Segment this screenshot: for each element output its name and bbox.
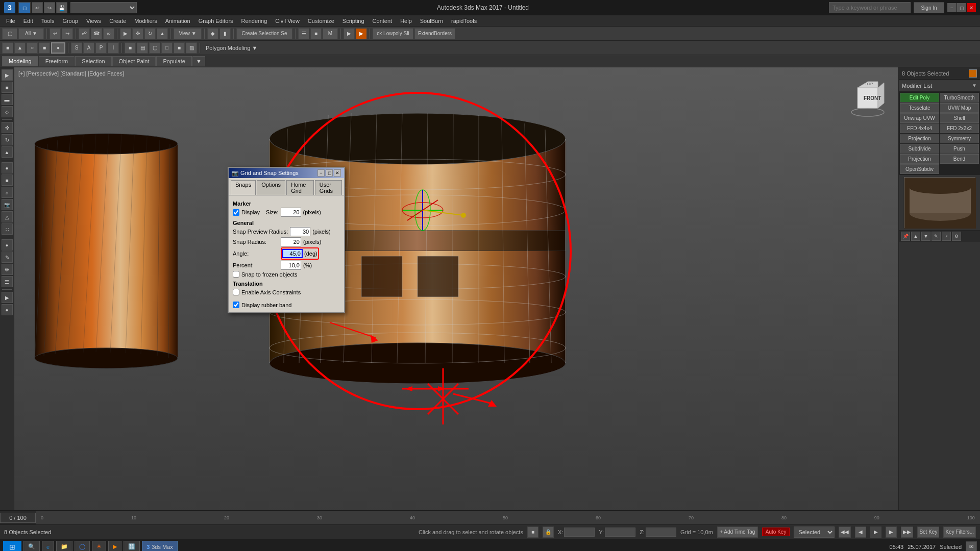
menu-edit[interactable]: Edit [19,17,37,25]
menu-file[interactable]: File [2,17,19,25]
save-btn[interactable]: 💾 [56,2,67,13]
mod-shell[interactable]: Shell [940,113,979,123]
viewport[interactable]: [+] [Perspective] [Standard] [Edged Face… [14,67,898,510]
dtab-user-grids[interactable]: User Grids [315,180,342,195]
t2-snap2[interactable]: A [83,42,94,54]
enable-axis-checkbox[interactable] [233,289,239,295]
tab-more[interactable]: ▼ [192,56,205,66]
timeline-counter[interactable]: 0 / 100 [0,513,36,523]
rubber-band-checkbox[interactable] [233,302,239,308]
prev-key[interactable]: ◀ [855,527,866,538]
t2-btn3[interactable]: ○ [27,42,38,54]
start-button[interactable]: ⊞ [3,541,21,552]
t2-btn5[interactable]: ● [51,42,65,54]
taskbar-notification[interactable]: ✉ [966,541,977,552]
lt-spacewarp[interactable]: ∷ [2,223,13,235]
menu-graph-editors[interactable]: Graph Editors [194,17,237,25]
lt-shape[interactable]: ■ [2,174,13,186]
taskbar-explorer[interactable]: 📁 [56,541,72,552]
taskbar-ie[interactable]: e [42,541,54,552]
link-btn[interactable]: ☍ [79,28,90,39]
tab-selection[interactable]: Selection [75,56,111,66]
tab-populate[interactable]: Populate [156,56,191,66]
t2-c5[interactable]: ■ [174,42,185,54]
menu-tools[interactable]: Tools [37,17,59,25]
x-input[interactable] [564,528,595,537]
workspace-dropdown[interactable] [70,2,137,13]
mod-ffd2x2x2[interactable]: FFD 2x2x2 [940,123,979,133]
mod-ffd4x4x4[interactable]: FFD 4x4x4 [900,123,939,133]
snap-frozen-checkbox[interactable] [233,271,239,278]
dialog-close[interactable]: ✕ [334,169,341,177]
lt-anim[interactable]: ● [2,304,13,315]
search-input[interactable] [829,2,911,13]
object-color-swatch[interactable] [969,69,977,78]
mod-turbosmooth[interactable]: TurboSmooth [940,93,979,103]
t2-c4[interactable]: □ [161,42,173,54]
taskbar-3dsmax[interactable]: 3 3ds Max [142,541,178,552]
lt-ribbon[interactable]: ☰ [2,276,13,287]
add-time-tag[interactable]: + Add Time Tag [717,527,758,538]
tab-modeling[interactable]: Modeling [2,56,38,66]
render-setup-btn[interactable]: ▶ [344,28,355,39]
dialog-minimize[interactable]: − [317,169,325,177]
ck-lowpoly-btn[interactable]: ck Lowpoly Sli [373,28,413,39]
extend-borders-btn[interactable]: ExtendBorders [414,28,455,39]
select-btn[interactable]: ▶ [120,28,131,39]
close-btn[interactable]: ✕ [967,3,976,12]
status-icons[interactable]: ■ [527,527,538,538]
set-key-btn[interactable]: Set Key [917,527,939,538]
tab-object-paint[interactable]: Object Paint [112,56,156,66]
next-frame[interactable]: ▶▶ [901,527,913,538]
selected-dropdown[interactable]: Selected [794,527,835,538]
dtab-options[interactable]: Options [257,180,285,195]
lt-edge[interactable]: ▬ [2,94,13,105]
menu-modifiers[interactable]: Modifiers [130,17,161,25]
lt-select[interactable]: ▶ [2,69,13,81]
mod-push[interactable]: Push [940,144,979,154]
minimize-btn[interactable]: − [947,3,957,12]
t2-c1[interactable]: ■ [125,42,136,54]
t2-c3[interactable]: ▢ [149,42,160,54]
rp-scroll-down[interactable]: ▼ [921,232,930,241]
percent-input[interactable] [281,261,301,270]
modifier-list-arrow[interactable]: ▼ [972,83,977,88]
rp-delete-icon[interactable]: ☓ [942,232,951,241]
bind-btn[interactable]: ∞ [103,28,114,39]
align-btn[interactable]: ▮ [219,28,231,39]
select-obj-btn[interactable]: ▢ [2,28,17,39]
menu-civil-view[interactable]: Civil View [271,17,303,25]
lt-camera[interactable]: 📷 [2,199,13,210]
maximize-btn[interactable]: ◻ [957,3,966,12]
lt-paint[interactable]: ✎ [2,252,13,263]
render-btn[interactable]: ▶ [356,28,367,39]
menu-create[interactable]: Create [105,17,130,25]
t2-btn4[interactable]: ■ [39,42,50,54]
undo-btn[interactable]: ↩ [32,2,43,13]
redo-btn[interactable]: ↪ [44,2,55,13]
t2-snap4[interactable]: I [108,42,119,54]
lt-poly[interactable]: ■ [2,82,13,93]
rotate-btn[interactable]: ↻ [144,28,156,39]
quick-access-new[interactable]: ◻ [18,2,31,13]
taskbar-mediaplayer[interactable]: ▶ [108,541,121,552]
lock-icon[interactable]: 🔒 [543,527,554,538]
t2-c6[interactable]: ▨ [186,42,197,54]
menu-animation[interactable]: Animation [161,17,194,25]
menu-rendering[interactable]: Rendering [237,17,272,25]
lt-populate[interactable]: ☸ [2,264,13,275]
taskbar-calculator[interactable]: 🔢 [124,541,140,552]
mod-bend[interactable]: Bend [940,154,979,164]
taskbar-search[interactable]: 🔍 [23,541,40,552]
mat-editor-btn[interactable]: M [323,28,338,39]
scene-btn[interactable]: ■ [310,28,322,39]
snap-preview-input[interactable] [290,227,310,236]
sign-in-btn[interactable]: Sign In [914,2,944,13]
mod-uvw-map[interactable]: UVW Map [940,103,979,113]
unlink-btn[interactable]: ☎ [91,28,102,39]
mod-symmetry[interactable]: Symmetry [940,134,979,143]
lt-system[interactable]: ♦ [2,239,13,251]
mod-tesselate[interactable]: Tesselate [900,103,939,113]
timeline-bar[interactable]: 0102030405060708090100 [36,511,980,524]
taskbar-firefox[interactable]: ☀ [92,541,106,552]
